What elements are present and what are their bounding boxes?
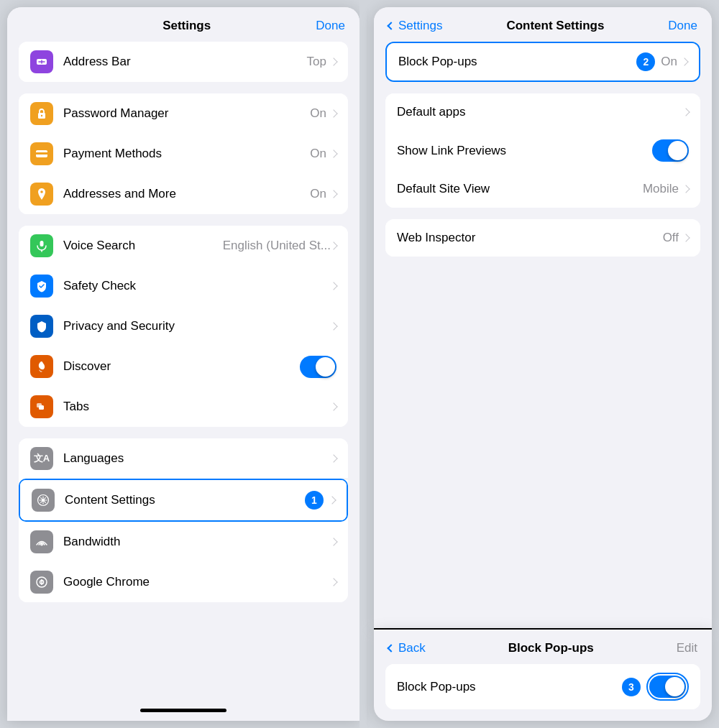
languages-row[interactable]: 文A Languages	[19, 438, 348, 479]
default-apps-row[interactable]: Default apps	[385, 93, 700, 131]
address-bar-row[interactable]: Address Bar Top	[19, 42, 348, 82]
tabs-row[interactable]: Tabs	[19, 387, 348, 427]
svg-point-6	[40, 190, 43, 193]
default-apps-label: Default apps	[397, 105, 683, 119]
google-chrome-chevron	[329, 578, 337, 586]
voice-search-icon	[30, 234, 53, 257]
password-manager-icon	[30, 102, 53, 125]
bandwidth-row[interactable]: Bandwidth	[19, 522, 348, 562]
default-site-view-chevron	[682, 185, 690, 193]
block-popups-detail-badge: 3	[622, 678, 641, 696]
content-group1: Default apps Show Link Previews Default …	[385, 93, 700, 208]
languages-icon: 文A	[30, 447, 53, 470]
panel-divider	[360, 0, 367, 728]
content-settings-badge: 1	[305, 491, 324, 510]
settings-done-button[interactable]: Done	[316, 19, 345, 33]
svg-rect-5	[37, 155, 40, 157]
web-inspector-label: Web Inspector	[397, 231, 663, 245]
content-settings-back-button[interactable]: Settings	[388, 19, 442, 33]
misc-group: 文A Languages Content Setti	[19, 438, 348, 602]
block-popups-back-chevron-icon	[387, 644, 395, 652]
svg-rect-10	[39, 405, 44, 410]
privacy-security-icon	[30, 315, 53, 338]
autofill-group: Password Manager On Payment Methods On	[19, 93, 348, 214]
payment-methods-row[interactable]: Payment Methods On	[19, 134, 348, 174]
bandwidth-label: Bandwidth	[63, 535, 331, 549]
block-popups-back-label: Back	[398, 641, 426, 655]
content-settings-back-label: Settings	[398, 19, 442, 33]
block-popups-detail-toggle-thumb	[665, 677, 684, 696]
privacy-security-label: Privacy and Security	[63, 319, 331, 333]
content-settings-title: Content Settings	[506, 19, 604, 33]
block-popups-detail-toggle[interactable]	[649, 676, 686, 698]
content-settings-panel: Settings Content Settings Done Block Pop…	[374, 7, 712, 628]
svg-rect-7	[40, 241, 44, 246]
block-popups-detail-title: Block Pop-ups	[508, 641, 594, 655]
block-popups-detail-label: Block Pop-ups	[397, 680, 622, 694]
block-popups-group: Block Pop-ups 2 On	[385, 42, 700, 82]
voice-search-row[interactable]: Voice Search English (United St...	[19, 226, 348, 266]
address-bar-group: Address Bar Top	[19, 42, 348, 82]
discover-icon	[30, 355, 53, 378]
google-chrome-icon: i	[30, 571, 53, 594]
payment-methods-label: Payment Methods	[63, 147, 310, 161]
show-link-previews-toggle[interactable]	[652, 139, 689, 162]
default-site-view-row[interactable]: Default Site View Mobile	[385, 170, 700, 208]
block-popups-detail-panel: Back Block Pop-ups Edit Block Pop-ups 3	[374, 630, 712, 721]
password-manager-label: Password Manager	[63, 106, 310, 121]
tabs-chevron	[329, 402, 337, 410]
addresses-value: On	[310, 187, 326, 201]
addresses-chevron	[329, 190, 337, 198]
voice-search-label: Voice Search	[63, 239, 223, 253]
languages-label: Languages	[63, 451, 331, 466]
tabs-label: Tabs	[63, 400, 331, 414]
payment-methods-icon	[30, 142, 53, 165]
tabs-icon	[30, 395, 53, 418]
content-settings-row[interactable]: Content Settings 1	[20, 480, 347, 520]
content-settings-done-button[interactable]: Done	[668, 19, 697, 33]
svg-rect-4	[36, 152, 47, 155]
default-site-view-label: Default Site View	[397, 182, 643, 196]
safety-check-label: Safety Check	[63, 279, 331, 293]
settings-panel: Settings Done Address Bar Top	[7, 7, 360, 721]
password-manager-chevron	[329, 109, 337, 117]
show-link-previews-row[interactable]: Show Link Previews	[385, 131, 700, 170]
addresses-row[interactable]: Addresses and More On	[19, 174, 348, 214]
block-popups-detail-group: Block Pop-ups 3	[385, 664, 700, 709]
settings-scroll-content: Address Bar Top Password Manager On	[7, 42, 360, 703]
svg-text:i: i	[41, 579, 43, 586]
privacy-security-row[interactable]: Privacy and Security	[19, 306, 348, 346]
right-panel: Settings Content Settings Done Block Pop…	[374, 7, 712, 721]
features-group: Voice Search English (United St... Safet…	[19, 226, 348, 427]
block-popups-label: Block Pop-ups	[398, 55, 636, 69]
discover-row[interactable]: Discover	[19, 346, 348, 387]
web-inspector-row[interactable]: Web Inspector Off	[385, 219, 700, 257]
safety-check-row[interactable]: Safety Check	[19, 266, 348, 306]
settings-title: Settings	[162, 19, 211, 33]
block-popups-row[interactable]: Block Pop-ups 2 On	[387, 43, 699, 80]
voice-search-value: English (United St...	[223, 239, 331, 253]
discover-toggle-thumb	[316, 357, 335, 377]
web-inspector-group: Web Inspector Off	[385, 219, 700, 257]
password-manager-row[interactable]: Password Manager On	[19, 93, 348, 134]
address-bar-icon	[30, 50, 53, 73]
block-popups-detail-row[interactable]: Block Pop-ups 3	[385, 664, 700, 709]
web-inspector-value: Off	[663, 231, 679, 245]
block-popups-edit-button[interactable]: Edit	[677, 641, 697, 655]
home-indicator	[7, 703, 360, 721]
svg-point-12	[42, 499, 45, 502]
block-popups-chevron	[680, 57, 688, 65]
block-popups-back-button[interactable]: Back	[388, 641, 426, 655]
discover-toggle[interactable]	[300, 356, 336, 378]
languages-chevron	[329, 454, 337, 462]
address-bar-value: Top	[307, 55, 326, 69]
address-bar-label: Address Bar	[63, 55, 307, 69]
show-link-previews-label: Show Link Previews	[397, 144, 652, 158]
block-popups-badge: 2	[636, 52, 655, 71]
payment-methods-value: On	[310, 147, 326, 161]
block-popups-value: On	[661, 55, 677, 69]
bandwidth-icon	[30, 530, 53, 553]
safety-check-chevron	[329, 282, 337, 290]
address-bar-chevron	[329, 57, 337, 65]
google-chrome-row[interactable]: i Google Chrome	[19, 562, 348, 602]
